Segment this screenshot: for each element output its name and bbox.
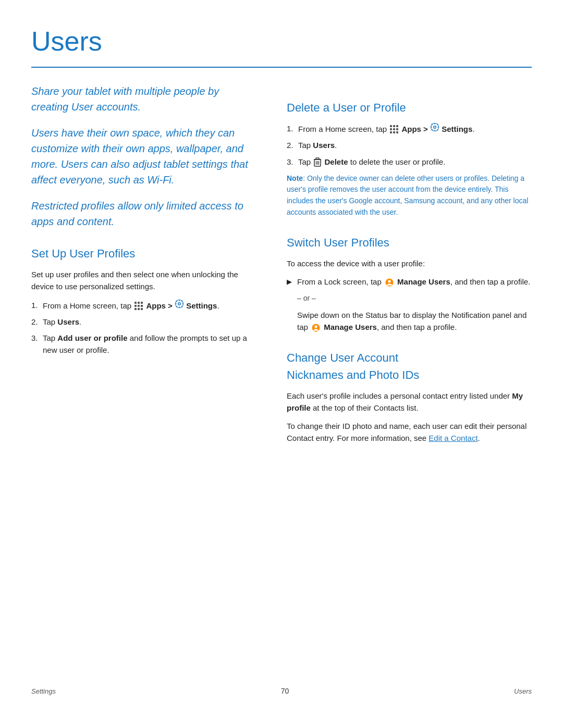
delete-step-num-3: 3. bbox=[287, 156, 298, 168]
settings-bold-1: Settings bbox=[186, 301, 217, 310]
page-container: Users Share your tablet with multiple pe… bbox=[0, 0, 563, 728]
page-title: Users bbox=[31, 21, 532, 61]
step-num-3: 3. bbox=[31, 332, 43, 344]
intro-paragraph-2: Users have their own space, which they c… bbox=[31, 125, 255, 188]
step-2-content: Tap Users. bbox=[43, 316, 255, 328]
settings-icon-1 bbox=[175, 299, 184, 309]
apps-grid-icon-delete bbox=[390, 125, 398, 133]
apps-bold-delete: Apps > bbox=[401, 125, 427, 133]
svg-rect-6 bbox=[316, 158, 319, 159]
step-1-content: From a Home screen, tap Apps > Set bbox=[43, 299, 255, 312]
bullet-arrow-icon: ▶ bbox=[287, 277, 297, 287]
switch-description: To access the device with a user profile… bbox=[287, 257, 532, 269]
swipe-description: Swipe down on the Status bar to display … bbox=[297, 309, 532, 334]
change-user-desc-2: To change their ID photo and name, each … bbox=[287, 420, 532, 445]
apps-bold-1: Apps > bbox=[146, 301, 172, 310]
footer-page-number: 70 bbox=[281, 686, 289, 697]
manage-users-icon-2 bbox=[311, 323, 321, 332]
set-up-steps-list: 1. From a Home screen, tap Apps > bbox=[31, 299, 255, 356]
delete-bold: Delete bbox=[325, 157, 348, 166]
set-up-step-3: 3. Tap Add user or profile and follow th… bbox=[31, 332, 255, 356]
apps-grid-icon bbox=[134, 302, 143, 310]
two-col-layout: Share your tablet with multiple people b… bbox=[31, 83, 532, 670]
switch-bullet-content: From a Lock screen, tap Manage Users, an… bbox=[297, 276, 532, 288]
edit-a-contact-link[interactable]: Edit a Contact bbox=[429, 434, 478, 442]
set-up-step-2: 2. Tap Users. bbox=[31, 316, 255, 328]
delete-step-2: 2. Tap Users. bbox=[287, 139, 532, 151]
footer-right: Users bbox=[514, 686, 532, 697]
svg-point-13 bbox=[314, 325, 317, 328]
users-bold-delete: Users bbox=[313, 141, 335, 150]
note-text: Note: Only the device owner can delete o… bbox=[287, 173, 532, 218]
step-num-1: 1. bbox=[31, 299, 43, 311]
note-label: Note bbox=[287, 174, 303, 182]
delete-step-3-content: Tap Delete to delete the user or profile… bbox=[298, 156, 532, 168]
manage-users-bold-2: Manage Users bbox=[324, 323, 377, 331]
change-user-desc-1: Each user's profile includes a personal … bbox=[287, 390, 532, 414]
delete-step-2-content: Tap Users. bbox=[298, 139, 532, 151]
switch-section-title: Switch User Profiles bbox=[287, 234, 532, 251]
delete-step-num-1: 1. bbox=[287, 122, 298, 134]
settings-bold-delete: Settings bbox=[442, 125, 472, 133]
or-divider: – or – bbox=[297, 293, 532, 304]
intro-paragraph-3: Restricted profiles allow only limited a… bbox=[31, 198, 255, 229]
svg-point-11 bbox=[388, 280, 390, 282]
delete-steps-list: 1. From a Home screen, tap Apps > bbox=[287, 122, 532, 168]
delete-step-1: 1. From a Home screen, tap Apps > bbox=[287, 122, 532, 135]
delete-step-1-content: From a Home screen, tap Apps > Set bbox=[298, 122, 532, 135]
intro-paragraph-1: Share your tablet with multiple people b… bbox=[31, 83, 255, 115]
add-user-bold: Add user or profile bbox=[57, 334, 127, 342]
change-user-section-title: Change User Account Nicknames and Photo … bbox=[287, 349, 532, 384]
my-profile-bold: My profile bbox=[287, 391, 523, 412]
svg-point-0 bbox=[178, 302, 181, 305]
delete-step-num-2: 2. bbox=[287, 139, 298, 151]
users-bold-setup: Users bbox=[57, 317, 79, 326]
delete-trash-icon bbox=[314, 157, 321, 167]
manage-users-bold-1: Manage Users bbox=[397, 277, 450, 286]
manage-users-icon-1 bbox=[385, 278, 394, 287]
delete-section-title: Delete a User or Profile bbox=[287, 99, 532, 116]
step-3-content: Tap Add user or profile and follow the p… bbox=[43, 332, 255, 356]
set-up-description: Set up user profiles and then select one… bbox=[31, 268, 255, 293]
svg-point-2 bbox=[434, 126, 436, 129]
title-divider bbox=[31, 67, 532, 68]
note-box: Note: Only the device owner can delete o… bbox=[287, 173, 532, 218]
settings-icon-delete bbox=[430, 122, 439, 132]
right-column: Delete a User or Profile 1. From a Home … bbox=[287, 83, 532, 670]
left-column: Share your tablet with multiple people b… bbox=[31, 83, 255, 670]
delete-step-3: 3. Tap Delete to delete the user or prof… bbox=[287, 156, 532, 168]
set-up-step-1: 1. From a Home screen, tap Apps > bbox=[31, 299, 255, 312]
set-up-section-title: Set Up User Profiles bbox=[31, 245, 255, 262]
footer: Settings 70 Users bbox=[31, 670, 532, 697]
step-num-2: 2. bbox=[31, 316, 43, 328]
footer-left: Settings bbox=[31, 686, 56, 697]
switch-bullet-item: ▶ From a Lock screen, tap Manage Users, … bbox=[287, 276, 532, 288]
